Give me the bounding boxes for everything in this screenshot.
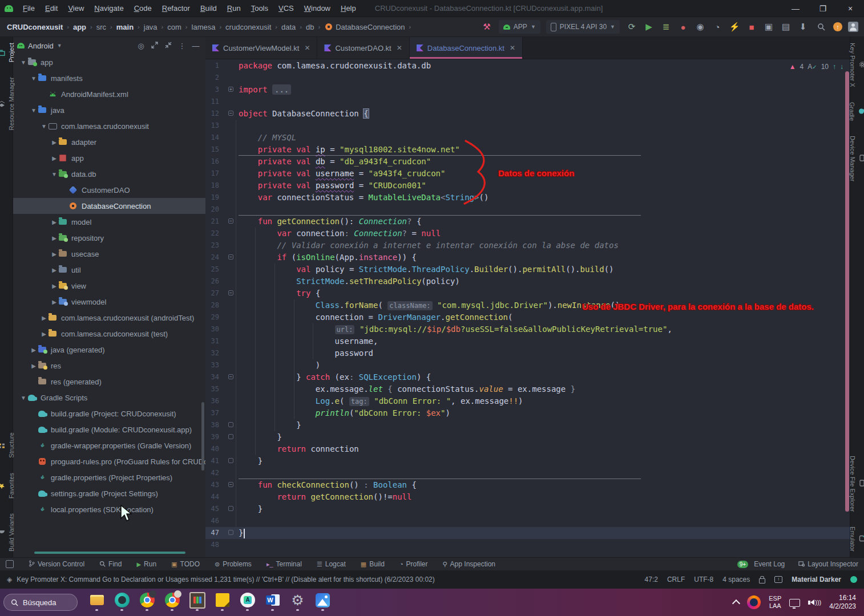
tree-item-com-lamesa-crudconexusit-test-[interactable]: ▶com.lamesa.crudconexusit (test) (13, 326, 205, 342)
tree-item-gradle-properties-project-properties-[interactable]: ‹/›gradle.properties (Project Properties… (13, 469, 205, 485)
menu-file[interactable]: File (18, 3, 40, 14)
chevron-collapsed-icon[interactable]: ▶ (50, 219, 58, 225)
tab-close-icon[interactable]: ✕ (397, 44, 402, 52)
device-manager-icon[interactable]: ▤ (780, 21, 792, 33)
code-line-12[interactable]: 12−object DatabaseConnection { (205, 108, 850, 120)
code-line-31[interactable]: 31 username, (205, 335, 850, 347)
readonly-lock-icon[interactable] (759, 578, 765, 583)
tree-item-customerdao[interactable]: CustomerDAO (13, 182, 205, 198)
tree-item-data-db[interactable]: ▼data.db (13, 166, 205, 182)
expand-all-icon[interactable] (150, 42, 160, 50)
left-stripe-item-resource-manager[interactable]: Resource Manager (0, 77, 15, 131)
menu-navigate[interactable]: Navigate (89, 3, 128, 14)
breadcrumb-item[interactable]: src (95, 23, 107, 31)
tree-item-build-gradle-project-crudconexusit-[interactable]: build.gradle (Project: CRUDconexusit) (13, 406, 205, 422)
code-line-3[interactable]: 3+import ... (205, 84, 850, 96)
breadcrumb-item[interactable]: main (115, 23, 135, 31)
options-kebab-icon[interactable]: ⋮ (177, 42, 187, 50)
code-line-48[interactable]: 48 (205, 539, 850, 551)
fold-end-icon[interactable] (228, 506, 233, 511)
tree-item-manifests[interactable]: ▼manifests (13, 70, 205, 86)
chevron-collapsed-icon[interactable]: ▶ (50, 251, 58, 257)
chevron-collapsed-icon[interactable]: ▶ (30, 347, 38, 353)
menu-edit[interactable]: Edit (40, 3, 63, 14)
code-line-41[interactable]: 41 } (205, 455, 850, 467)
code-viewport[interactable]: 1package com.lamesa.crudconexusit.data.d… (205, 59, 850, 557)
menu-view[interactable]: View (63, 3, 89, 14)
toolwindow-app-inspection[interactable]: ⚲App Inspection (443, 560, 495, 568)
code-line-37[interactable]: 37 println("dbConn Error: $ex") (205, 407, 850, 419)
tree-item-databaseconnection[interactable]: DatabaseConnection (13, 198, 205, 214)
clock[interactable]: 16:14 4/2/2023 (829, 594, 856, 611)
toolwindow-logcat[interactable]: ☰Logcat (317, 560, 346, 568)
volume-icon[interactable]: ))) (808, 599, 821, 606)
chevron-expanded-icon[interactable]: ▼ (30, 107, 38, 114)
code-line-44[interactable]: 44 return getConnection()!=null (205, 491, 850, 503)
stop-icon[interactable]: ■ (745, 21, 758, 33)
fold-end-icon[interactable] (228, 434, 233, 439)
code-line-47[interactable]: 47} (205, 527, 850, 539)
code-line-40[interactable]: 40 return connection (205, 443, 850, 455)
menu-vcs[interactable]: VCS (273, 3, 299, 14)
tree-item-gradle-wrapper-properties-gradle-version-[interactable]: ‹/›gradle-wrapper.properties (Gradle Ver… (13, 437, 205, 453)
tree-item-proguard-rules-pro-proguard-rules-for-crudconexus[interactable]: proguard-rules.pro (ProGuard Rules for C… (13, 453, 205, 469)
code-line-45[interactable]: 45 } (205, 503, 850, 515)
chevron-collapsed-icon[interactable]: ▶ (50, 235, 58, 241)
toolwindow-todo[interactable]: ▣TODO (171, 560, 200, 568)
left-stripe-item-favorites[interactable]: Favorites (0, 473, 15, 499)
chevron-collapsed-icon[interactable]: ▶ (30, 363, 38, 369)
chevron-expanded-icon[interactable]: ▼ (19, 59, 27, 66)
taskbar-app-file-explorer[interactable] (88, 592, 106, 613)
run-with-coverage-icon[interactable]: ◉ (694, 21, 706, 33)
left-stripe-item-build-variants[interactable]: Build Variants (0, 513, 15, 552)
project-horizontal-scrollbar[interactable] (34, 552, 185, 554)
code-line-16[interactable]: 16 private val db = "db_a943f4_crudcon" (205, 156, 850, 168)
tree-item-com-lamesa-crudconexusit-androidtest-[interactable]: ▶com.lamesa.crudconexusit (androidTest) (13, 310, 205, 326)
chevron-collapsed-icon[interactable]: ▶ (50, 283, 58, 289)
tool-window-switcher-icon[interactable] (6, 560, 14, 568)
fold-end-icon[interactable] (228, 422, 233, 427)
toolwindow-version-control[interactable]: Version Control (29, 560, 84, 568)
menu-window[interactable]: Window (299, 3, 336, 14)
tree-item-build-gradle-module-crudconexusit-app-[interactable]: build.gradle (Module: CRUDconexusit.app) (13, 422, 205, 437)
code-line-34[interactable]: 34− } catch (ex: SQLException) { (205, 371, 850, 383)
code-line-24[interactable]: 24− if (isOnline(App.instance)) { (205, 252, 850, 264)
tree-item-res[interactable]: ▶res (13, 358, 205, 374)
tree-item-androidmanifest-xml[interactable]: AndroidManifest.xml (13, 86, 205, 102)
chevron-collapsed-icon[interactable]: ▶ (40, 315, 48, 321)
firefox-tray-icon[interactable] (747, 595, 761, 609)
update-available-icon[interactable]: ↑ (833, 22, 842, 31)
tree-item-java[interactable]: ▼java (13, 102, 205, 118)
right-stripe-item-emulator[interactable]: Emulator (849, 526, 864, 552)
menu-code[interactable]: Code (129, 3, 157, 14)
editor-tab-databaseconnection-kt[interactable]: DatabaseConnection.kt✕ (410, 37, 523, 59)
chevron-collapsed-icon[interactable]: ▶ (50, 267, 58, 273)
taskbar-search[interactable]: Búsqueda (3, 594, 78, 611)
code-line-13[interactable]: 13 (205, 120, 850, 132)
chevron-expanded-icon[interactable]: ▼ (30, 75, 38, 82)
right-stripe-item-device-file-explorer[interactable]: Device File Explorer (849, 456, 864, 512)
code-line-15[interactable]: 15 private val ip = "mysql18002.site4now… (205, 144, 850, 156)
file-encoding[interactable]: UTF-8 (694, 576, 713, 583)
debug-icon[interactable]: ● (677, 21, 689, 33)
project-view-select[interactable]: Android (28, 42, 54, 50)
taskbar-app-chrome-profile-1[interactable] (138, 592, 156, 613)
notifications-icon[interactable]: ! (774, 576, 782, 583)
breadcrumb-item[interactable]: db (305, 23, 315, 31)
minimize-button[interactable]: — (782, 0, 809, 17)
tree-item-java-generated-[interactable]: ▶java (generated) (13, 342, 205, 358)
toolwindow-find[interactable]: Find (99, 560, 122, 568)
fold-end-icon[interactable] (228, 530, 233, 535)
code-line-1[interactable]: 1package com.lamesa.crudconexusit.data.d… (205, 60, 850, 72)
tree-item-view[interactable]: ▶view (13, 278, 205, 294)
apply-changes-icon[interactable]: ▶ (643, 21, 655, 33)
code-line-39[interactable]: 39 } (205, 431, 850, 443)
indent-setting[interactable]: 4 spaces (722, 576, 750, 583)
menu-run[interactable]: Run (222, 3, 246, 14)
tree-item-local-properties-sdk-location-[interactable]: ‹/›local.properties (SDK Location) (13, 501, 205, 517)
code-line-43[interactable]: 43− fun checkConnection() : Boolean { (205, 479, 850, 491)
fold-collapse-icon[interactable]: − (228, 111, 233, 116)
fold-expand-icon[interactable]: + (228, 87, 233, 92)
toolwindow-terminal[interactable]: ▸_Terminal (267, 560, 302, 568)
breadcrumb-item[interactable]: app (72, 23, 87, 31)
